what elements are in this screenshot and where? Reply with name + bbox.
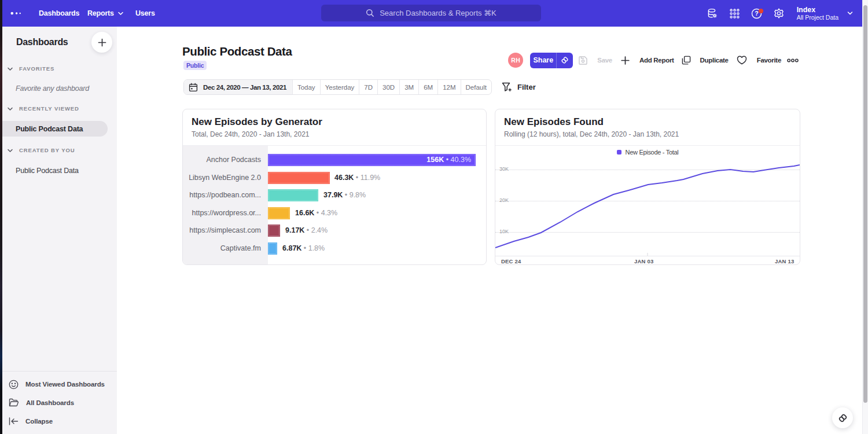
svg-text:?: ? (755, 10, 758, 17)
